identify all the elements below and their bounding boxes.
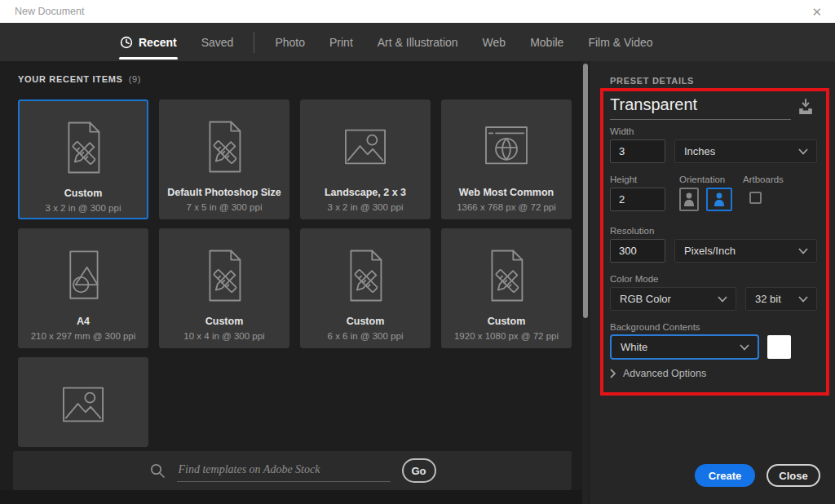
recent-items-section: YOUR RECENT ITEMS(9) Custom 3 x 2 in @ 3…: [0, 61, 590, 504]
recent-items-heading: YOUR RECENT ITEMS(9): [18, 74, 141, 84]
tab-divider: [254, 32, 254, 53]
color-mode-dropdown[interactable]: RGB Color: [610, 287, 736, 311]
new-doc-icon: [53, 108, 113, 188]
template-subtitle: 3 x 2 in @ 300 ppi: [328, 202, 404, 212]
close-icon[interactable]: ✕: [808, 4, 825, 20]
search-icon: [149, 462, 166, 479]
artboards-label: Artboards: [743, 175, 784, 184]
portrait-orientation-icon[interactable]: [679, 188, 699, 211]
chevron-down-icon: [740, 344, 749, 351]
chevron-down-icon: [798, 296, 808, 303]
tab-saved[interactable]: Saved: [189, 23, 246, 61]
active-tab-underline: [119, 57, 178, 60]
preset-details-panel: PRESET DETAILS Width Inches Height Orien…: [590, 61, 835, 504]
template-subtitle: 10 x 4 in @ 300 ppi: [183, 331, 264, 341]
color-mode-label: Color Mode: [610, 274, 658, 284]
preset-details-heading: PRESET DETAILS: [610, 76, 694, 86]
advanced-options-toggle[interactable]: Advanced Options: [610, 368, 706, 379]
template-subtitle: 6 x 6 in @ 300 ppi: [328, 331, 404, 341]
document-name-field[interactable]: [610, 95, 791, 120]
template-subtitle: 3 x 2 in @ 300 ppi: [46, 203, 121, 213]
download-preset-icon[interactable]: [795, 97, 816, 120]
tab-film-video[interactable]: Film & Video: [576, 23, 665, 61]
bit-depth-dropdown[interactable]: 32 bit: [745, 287, 817, 311]
background-color-swatch[interactable]: [767, 335, 791, 359]
template-card-custom-3x2[interactable]: Custom 3 x 2 in @ 300 ppi: [18, 99, 148, 219]
chevron-down-icon: [718, 296, 727, 303]
width-label: Width: [610, 126, 634, 136]
image-icon: [335, 107, 395, 187]
new-doc-icon: [335, 236, 395, 316]
window-title: New Document: [15, 6, 84, 17]
tab-bar: Recent Saved Photo Print Art & Illustrat…: [0, 23, 835, 61]
close-button[interactable]: Close: [767, 464, 820, 487]
resolution-label: Resolution: [610, 226, 654, 236]
browser-globe-icon: [476, 107, 537, 187]
height-label: Height: [610, 175, 637, 184]
chevron-down-icon: [798, 148, 808, 155]
template-subtitle: 1920 x 1080 px @ 72 ppi: [454, 331, 559, 341]
template-title: Default Photoshop Size: [167, 187, 281, 200]
print-shapes-icon: [53, 236, 113, 316]
image-icon: [53, 365, 113, 444]
title-bar: New Document ✕: [0, 0, 835, 23]
scrollbar-thumb[interactable]: [583, 64, 588, 318]
background-contents-label: Background Contents: [610, 322, 700, 332]
tab-mobile[interactable]: Mobile: [518, 23, 576, 61]
template-subtitle: 1366 x 768 px @ 72 ppi: [457, 202, 556, 212]
height-input[interactable]: [610, 188, 665, 211]
tab-label: Recent: [139, 36, 177, 49]
resolution-input[interactable]: [610, 239, 665, 263]
landscape-orientation-icon[interactable]: [706, 188, 732, 211]
resolution-unit-dropdown[interactable]: Pixels/Inch: [674, 239, 817, 263]
clock-icon: [120, 36, 133, 49]
tab-recent[interactable]: Recent: [108, 23, 189, 61]
tab-art-illustration[interactable]: Art & Illustration: [365, 23, 471, 61]
template-title: A4: [77, 316, 90, 329]
template-card-custom-1920x1080[interactable]: Custom 1920 x 1080 px @ 72 ppi: [441, 228, 572, 348]
adobe-stock-search-bar: Go: [13, 451, 572, 490]
new-doc-icon: [476, 236, 537, 316]
width-input[interactable]: [610, 139, 665, 163]
template-card-landscape-2x3[interactable]: Landscape, 2 x 3 3 x 2 in @ 300 ppi: [300, 99, 431, 219]
new-doc-icon: [194, 107, 254, 187]
template-title: Custom: [488, 316, 526, 329]
template-title: Web Most Common: [459, 187, 554, 200]
template-card-web-most-common[interactable]: Web Most Common 1366 x 768 px @ 72 ppi: [441, 99, 572, 219]
chevron-down-icon: [798, 248, 808, 254]
template-card-custom-10x4[interactable]: Custom 10 x 4 in @ 300 ppi: [159, 228, 289, 348]
bottom-spacer: [0, 490, 590, 504]
template-title: Landscape, 2 x 3: [325, 187, 406, 200]
template-card-default-photoshop[interactable]: Default Photoshop Size 7 x 5 in @ 300 pp…: [159, 99, 289, 219]
tab-print[interactable]: Print: [317, 23, 365, 61]
stock-search-input[interactable]: [177, 460, 391, 482]
artboards-checkbox[interactable]: [749, 192, 762, 204]
width-unit-dropdown[interactable]: Inches: [674, 139, 817, 163]
tab-photo[interactable]: Photo: [263, 23, 317, 61]
go-button[interactable]: Go: [402, 458, 436, 483]
template-title: Custom: [205, 316, 244, 329]
recent-items-count: (9): [129, 74, 142, 84]
template-title: Custom: [64, 188, 103, 201]
chevron-right-icon: [610, 369, 616, 378]
template-card-custom-6x6[interactable]: Custom 6 x 6 in @ 300 ppi: [300, 228, 431, 348]
template-card-partial[interactable]: [18, 357, 148, 447]
template-title: Custom: [347, 316, 385, 329]
template-card-a4[interactable]: A4 210 x 297 mm @ 300 ppi: [18, 228, 148, 348]
new-doc-icon: [194, 236, 254, 316]
template-subtitle: 210 x 297 mm @ 300 ppi: [31, 331, 136, 341]
new-document-dialog: New Document ✕ Recent Saved Photo Print …: [0, 0, 835, 504]
tab-web[interactable]: Web: [471, 23, 519, 61]
orientation-label: Orientation: [679, 175, 725, 184]
template-subtitle: 7 x 5 in @ 300 ppi: [187, 202, 263, 212]
create-button[interactable]: Create: [695, 464, 755, 487]
background-contents-dropdown[interactable]: White: [610, 334, 759, 360]
scrollbar-track[interactable]: [582, 61, 589, 504]
